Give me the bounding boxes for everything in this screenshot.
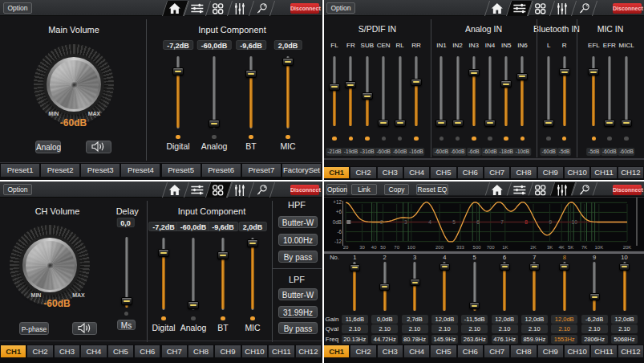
svg-text:10K: 10K (594, 245, 603, 250)
svg-text:8: 8 (525, 219, 528, 225)
svg-text:5: 5 (452, 219, 456, 225)
svg-text:0dB: 0dB (333, 219, 342, 225)
svg-text:3: 3 (404, 219, 407, 225)
svg-text:333: 333 (456, 245, 465, 250)
svg-text:70: 70 (394, 245, 399, 250)
svg-text:30: 30 (359, 245, 365, 250)
svg-text:20: 20 (343, 245, 349, 250)
svg-text:+6: +6 (336, 209, 342, 214)
svg-text:5K: 5K (568, 245, 573, 250)
svg-text:3K: 3K (547, 245, 553, 250)
svg-text:4K: 4K (559, 245, 565, 250)
svg-text:-6: -6 (337, 229, 342, 235)
svg-text:50: 50 (380, 245, 386, 250)
svg-text:-12: -12 (334, 239, 342, 244)
svg-text:200: 200 (435, 245, 444, 250)
svg-text:6: 6 (476, 219, 480, 225)
svg-text:7K: 7K (581, 245, 587, 250)
svg-text:1K: 1K (502, 245, 508, 250)
svg-text:4: 4 (428, 219, 431, 225)
svg-text:7: 7 (500, 219, 504, 225)
svg-text:10: 10 (572, 219, 578, 225)
svg-text:9: 9 (549, 219, 552, 225)
svg-text:2K: 2K (530, 245, 536, 250)
svg-text:700: 700 (487, 245, 496, 250)
svg-text:500: 500 (473, 245, 482, 250)
svg-text:20K: 20K (623, 245, 632, 250)
svg-text:+12: +12 (333, 199, 342, 205)
svg-text:100: 100 (407, 245, 416, 250)
svg-text:40: 40 (371, 245, 377, 250)
